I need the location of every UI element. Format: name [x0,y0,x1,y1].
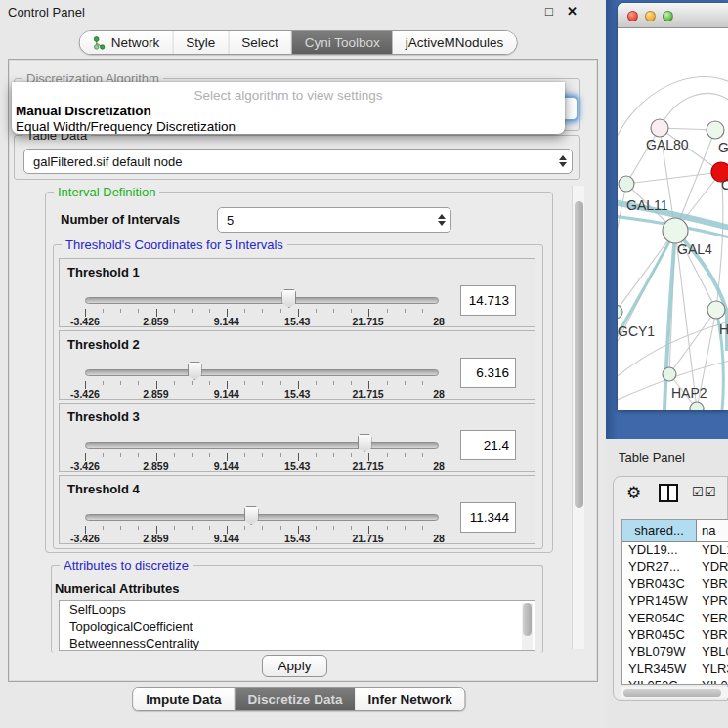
tab-discretize-data-label: Discretize Data [248,692,343,707]
table-row[interactable]: YBL079WYBL0 [622,644,728,661]
list-item[interactable]: SelfLoops [60,601,535,619]
tab-impute-data[interactable]: Impute Data [133,688,235,710]
node-attribute-table: shared... na YDL19...YDL1 YDR27...YDR2 Y… [621,519,728,685]
settings-vertical-scrollbar[interactable] [572,186,584,649]
algorithm-placeholder-option[interactable]: Select algorithm to view settings [12,88,565,103]
threshold-1-slider-thumb[interactable] [281,289,296,308]
threshold-3-slider-thumb[interactable] [358,434,372,452]
threshold-2-value-field[interactable]: 6.316 [460,358,516,388]
right-dock: GAL80 GAL11 GAL4 GCY1 HAP2 G. C H Table … [606,0,728,728]
threshold-1-slider[interactable] [85,297,439,304]
scrollbar-thumb[interactable] [623,689,721,697]
numerical-attributes-list[interactable]: SelfLoops TopologicalCoefficient Between… [59,600,535,651]
threshold-3-slider[interactable] [85,442,439,449]
threshold-2-slider[interactable] [85,369,439,376]
attributes-group-label: Attributes to discretize [60,559,193,572]
threshold-4-slider-thumb[interactable] [244,506,259,525]
list-item[interactable]: TopologicalCoefficient [60,619,535,636]
maximize-window-icon[interactable] [663,11,673,21]
table-panel-title: Table Panel [619,450,685,465]
attributes-list-scrollbar[interactable] [522,603,533,650]
slider-tick-labels: -3.4262.8599.14415.4321.71528 [85,316,439,327]
table-horizontal-scrollbar[interactable] [621,687,728,698]
control-panel-tabbar: Network Style Select Cyni Toolbox jActiv… [79,30,518,55]
threshold-2-slider-thumb[interactable] [188,362,202,380]
node-label: GAL80 [646,137,689,152]
column-header-name[interactable]: na [697,520,728,541]
table-row[interactable]: YPR145WYPR1 [622,593,728,610]
node-bottom[interactable] [690,402,704,410]
node-gcy1[interactable] [618,305,622,319]
apply-button[interactable]: Apply [262,655,327,677]
tab-jactivemnodules-label: jActiveMNodules [406,35,504,50]
tab-jactivemnodules[interactable]: jActiveMNodules [393,31,517,54]
slider-tick-labels: -3.4262.8599.14415.4321.71528 [85,388,439,400]
algorithm-option-manual[interactable]: Manual Discretization [16,104,151,118]
node-h[interactable] [707,301,725,319]
threshold-1-box: Threshold 1 -3.4262.8599.14415.4321.7152… [59,258,535,327]
threshold-4-box: Threshold 4 -3.4262.8599.14415.4321.7152… [59,475,535,544]
float-window-icon[interactable]: □ [545,4,553,19]
tab-discretize-data[interactable]: Discretize Data [236,688,356,710]
network-icon [93,36,106,50]
scrollbar-thumb[interactable] [523,603,532,636]
node-hap2[interactable] [663,367,676,381]
column-header-shared-name[interactable]: shared... [622,520,697,541]
node-gal4[interactable] [663,218,688,243]
tab-infer-network-label: Infer Network [367,692,451,707]
minimize-window-icon[interactable] [645,11,656,21]
interval-definition-label: Interval Definition [54,186,159,198]
node-label: GCY1 [618,323,655,339]
node-gal80[interactable] [651,119,668,137]
table-data-combobox[interactable]: galFiltered.sif default node [23,149,573,174]
node-label: HAP2 [671,385,707,401]
table-row[interactable]: YER054CYER0 [622,611,728,627]
close-panel-icon[interactable]: ✕ [567,4,578,19]
threshold-4-slider[interactable] [85,514,439,521]
tab-impute-data-label: Impute Data [146,692,221,707]
number-of-intervals-value: 5 [218,213,433,228]
algorithm-dropdown-popup: Select algorithm to view settings Manual… [12,82,565,134]
tab-infer-network[interactable]: Infer Network [355,688,464,710]
tab-select[interactable]: Select [229,31,292,54]
close-window-icon[interactable] [627,11,638,21]
tab-network[interactable]: Network [80,31,174,54]
tab-style-label: Style [186,35,215,50]
table-row[interactable]: YBR043CYBR0 [622,577,728,593]
list-item[interactable]: BetweennessCentrality [60,635,535,651]
table-row[interactable]: YDL19...YDL1 [622,542,728,559]
thresholds-group-label: Threshold's Coordinates for 5 Intervals [62,238,287,251]
tab-network-label: Network [111,35,160,50]
tab-select-label: Select [241,35,278,50]
threshold-3-box: Threshold 3 -3.4262.8599.14415.4321.7152… [59,403,535,472]
network-desktop: GAL80 GAL11 GAL4 GCY1 HAP2 G. C H [606,0,728,439]
gear-icon[interactable]: ⚙ [626,483,641,503]
node-label: H [719,321,728,337]
network-canvas[interactable]: GAL80 GAL11 GAL4 GCY1 HAP2 G. C H [618,28,728,410]
network-window-titlebar[interactable] [618,3,728,28]
table-row[interactable]: YLR345WYLR3 [622,662,728,678]
network-view-window[interactable]: GAL80 GAL11 GAL4 GCY1 HAP2 G. C H [618,3,728,410]
split-columns-icon[interactable] [659,484,678,502]
table-row[interactable]: YDR27...YDR2 [622,559,728,576]
network-graph: GAL80 GAL11 GAL4 GCY1 HAP2 G. C H [618,28,728,410]
threshold-4-value-field[interactable]: 11.344 [460,502,516,533]
threshold-1-value-field[interactable]: 14.713 [460,285,516,316]
number-of-intervals-combobox[interactable]: 5 [217,207,451,233]
threshold-4-label: Threshold 4 [67,482,140,496]
table-row[interactable]: YIL053CYIL0 [622,678,728,685]
tab-style[interactable]: Style [173,31,229,54]
scrollbar-thumb[interactable] [575,201,583,508]
node-top-right[interactable] [707,121,724,139]
threshold-3-value-field[interactable]: 21.4 [460,430,516,460]
slider-tick-labels: -3.4262.8599.14415.4321.71528 [85,460,439,472]
node-label: GAL11 [626,197,668,213]
app-root: Control Panel □ ✕ Network Style Select C… [0,0,728,728]
node-gal11[interactable] [619,176,634,192]
select-columns-icon[interactable]: ☑☑ [692,485,716,499]
numerical-attributes-label: Numerical Attributes [55,581,179,596]
tab-cyni-toolbox[interactable]: Cyni Toolbox [292,31,393,54]
threshold-1-label: Threshold 1 [67,265,140,279]
algorithm-option-equal-width[interactable]: Equal Width/Frequency Discretization [16,119,236,134]
table-row[interactable]: YBR045CYBR0 [622,627,728,644]
